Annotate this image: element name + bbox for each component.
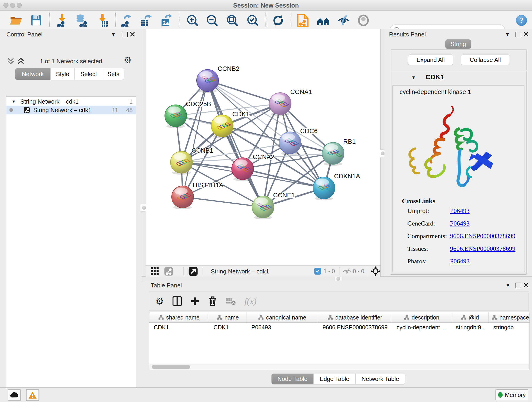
crosslink-value-link[interactable]: P06493 bbox=[450, 207, 470, 215]
tab-network[interactable]: Network bbox=[15, 68, 51, 80]
new-table-icon[interactable] bbox=[139, 14, 152, 27]
column-header-database-identifier[interactable]: database identifier bbox=[318, 313, 392, 322]
edge-CCNB2-CCNA1[interactable] bbox=[208, 80, 280, 104]
help-icon[interactable]: ? bbox=[515, 14, 528, 27]
edge-HIST1H1A-CCNE1[interactable] bbox=[183, 197, 263, 207]
houses-icon[interactable] bbox=[317, 14, 330, 27]
tab-select[interactable]: Select bbox=[75, 68, 103, 80]
column-header-namespace[interactable]: namespace bbox=[489, 313, 530, 322]
birds-eye-icon[interactable] bbox=[164, 267, 173, 276]
node-ccnb1[interactable] bbox=[171, 151, 192, 175]
show-panels-eye-icon[interactable] bbox=[357, 14, 370, 27]
import-table-icon[interactable] bbox=[96, 14, 109, 27]
collapse-all-icon[interactable] bbox=[6, 57, 15, 65]
refresh-icon[interactable] bbox=[272, 14, 285, 27]
table-horizontal-scrollbar[interactable] bbox=[149, 364, 529, 370]
network-options-gear-icon[interactable]: ⚙ bbox=[124, 55, 132, 65]
result-card-cdk1: ▼ CDK1 cyclin-dependent kinase 1 bbox=[391, 71, 526, 274]
node-label-rb1: RB1 bbox=[343, 138, 355, 145]
left-splitter[interactable] bbox=[142, 29, 146, 276]
network-collection-row[interactable]: ▼ String Network – cdk1 1 bbox=[6, 97, 136, 106]
export-image-icon[interactable] bbox=[160, 14, 173, 27]
results-panel-close-icon[interactable] bbox=[523, 32, 529, 37]
node-rb1[interactable] bbox=[322, 142, 344, 166]
network-canvas[interactable]: CCNB2CCNA1CDC25BCDK1CDC6RB1CCNB1CCNA2CDK… bbox=[146, 29, 380, 265]
open-session-icon[interactable] bbox=[10, 14, 22, 27]
results-panel-menu-icon[interactable]: ▼ bbox=[505, 32, 510, 37]
tab-edge-table[interactable]: Edge Table bbox=[314, 374, 355, 384]
expand-all-icon[interactable] bbox=[17, 57, 25, 65]
table-panel-title: Table Panel bbox=[151, 282, 182, 289]
crosslink-value-link[interactable]: 9606.ENSP00000378699 bbox=[450, 245, 515, 252]
delete-column-icon[interactable] bbox=[208, 296, 217, 306]
tab-sets[interactable]: Sets bbox=[103, 68, 124, 80]
warning-status-button[interactable] bbox=[26, 389, 39, 401]
add-column-icon[interactable] bbox=[190, 297, 200, 306]
delete-table-icon[interactable] bbox=[226, 297, 236, 305]
crosslink-label: Pharos: bbox=[407, 258, 450, 265]
node-hist1h1a[interactable] bbox=[172, 186, 194, 209]
node-ccne1[interactable] bbox=[252, 196, 274, 219]
scrollbar-thumb[interactable] bbox=[152, 365, 190, 369]
memory-label: Memory bbox=[505, 392, 526, 398]
node-ccna1[interactable] bbox=[269, 93, 291, 116]
node-cdc25b[interactable] bbox=[165, 105, 187, 128]
share-document-icon[interactable] bbox=[297, 14, 309, 27]
control-panel-float-icon[interactable] bbox=[122, 32, 128, 37]
table-panel-float-icon[interactable] bbox=[515, 283, 521, 288]
network-view[interactable]: CCNB2CCNA1CDC25BCDK1CDC6RB1CCNB1CCNA2CDK… bbox=[146, 29, 380, 265]
collapse-all-button[interactable]: Collapse All bbox=[461, 55, 510, 65]
zoom-selected-icon[interactable] bbox=[246, 14, 259, 27]
result-expander-icon[interactable]: ▼ bbox=[411, 75, 416, 80]
hidden-eye-icon[interactable] bbox=[342, 268, 351, 274]
tab-network-table[interactable]: Network Table bbox=[355, 374, 405, 384]
network-row-selected[interactable]: String Network – cdk1 11 48 bbox=[6, 106, 136, 114]
table-settings-gear-icon[interactable]: ⚙ bbox=[156, 297, 164, 306]
node-cdkn1a[interactable] bbox=[313, 177, 335, 200]
function-builder-icon[interactable]: f(x) bbox=[244, 296, 257, 306]
results-panel-float-icon[interactable] bbox=[515, 32, 521, 37]
results-actions-box: Expand All Collapse All bbox=[391, 50, 526, 70]
expand-all-button[interactable]: Expand All bbox=[408, 55, 453, 65]
tab-node-table[interactable]: Node Table bbox=[272, 374, 314, 384]
node-label-ccnb1: CCNB1 bbox=[191, 147, 213, 154]
column-header-shared-name[interactable]: shared name bbox=[149, 313, 209, 322]
export-view-icon[interactable] bbox=[188, 267, 198, 276]
column-header-description[interactable]: description bbox=[392, 313, 451, 322]
tab-style[interactable]: Style bbox=[51, 68, 75, 80]
control-panel-menu-icon[interactable]: ▼ bbox=[111, 32, 116, 37]
selected-nodes-checkbox[interactable] bbox=[314, 268, 321, 274]
tree-expander-icon[interactable]: ▼ bbox=[12, 99, 16, 104]
zoom-fit-icon[interactable] bbox=[226, 14, 239, 27]
table-cell: cyclin-dependent ... bbox=[392, 323, 451, 332]
crosslink-label: GeneCard: bbox=[407, 220, 450, 227]
crosslink-row: Uniprot:P06493 bbox=[407, 207, 522, 215]
hide-panels-eye-icon[interactable] bbox=[337, 14, 350, 27]
node-cdk1[interactable] bbox=[211, 115, 233, 138]
node-cdc6[interactable] bbox=[279, 132, 301, 155]
table-cell: CDK1 bbox=[209, 323, 247, 332]
pan-crosshair-icon[interactable] bbox=[371, 266, 380, 276]
memory-button[interactable]: Memory bbox=[495, 389, 528, 400]
selected-count: 1 - 0 bbox=[323, 268, 335, 274]
column-header-canonical-name[interactable]: canonical name bbox=[247, 313, 318, 322]
crosslink-value-link[interactable]: 9606.ENSP00000378699 bbox=[450, 232, 515, 240]
save-session-icon[interactable] bbox=[30, 14, 43, 27]
zoom-out-icon[interactable] bbox=[206, 14, 219, 27]
crosslink-value-link[interactable]: P06493 bbox=[450, 258, 470, 265]
cloud-status-button[interactable] bbox=[8, 389, 21, 401]
import-network-icon[interactable] bbox=[56, 14, 69, 27]
grid-view-icon[interactable] bbox=[151, 267, 159, 275]
column-header--id[interactable]: @id bbox=[451, 313, 489, 322]
column-header-name[interactable]: name bbox=[209, 313, 247, 322]
table-panel-menu-icon[interactable]: ▼ bbox=[505, 283, 510, 288]
control-panel-close-icon[interactable] bbox=[130, 32, 135, 37]
import-network-from-database-icon[interactable] bbox=[75, 14, 88, 27]
crosslink-value-link[interactable]: P06493 bbox=[450, 220, 470, 227]
show-columns-icon[interactable] bbox=[172, 296, 182, 306]
new-network-icon[interactable] bbox=[120, 14, 133, 27]
tab-string[interactable]: String bbox=[445, 39, 471, 49]
table-row[interactable]: CDK1CDK1P064939606.ENSP00000378699cyclin… bbox=[149, 323, 530, 332]
zoom-in-icon[interactable] bbox=[186, 14, 199, 27]
table-panel-close-icon[interactable] bbox=[523, 282, 529, 288]
